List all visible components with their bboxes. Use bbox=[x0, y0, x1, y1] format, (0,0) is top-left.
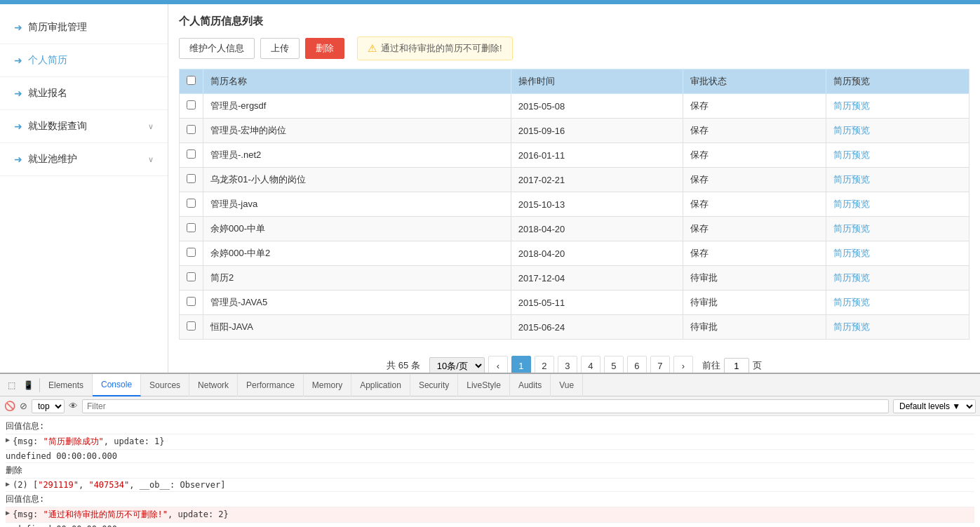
row-preview: 简历预览 bbox=[826, 315, 969, 340]
page-7-button[interactable]: 7 bbox=[650, 356, 670, 373]
tab-application[interactable]: Application bbox=[351, 374, 410, 396]
main-area: ➜ 简历审批管理 ➜ 个人简历 ➜ 就业报名 ➜ 就业数据查询 ∨ ➜ 就业池维… bbox=[0, 4, 980, 373]
goto-input[interactable] bbox=[724, 358, 749, 373]
th-preview: 简历预览 bbox=[826, 69, 969, 94]
page-1-button[interactable]: 1 bbox=[511, 356, 531, 373]
alert-text: 通过和待审批的简历不可删除! bbox=[381, 42, 502, 55]
console-context-select[interactable]: top bbox=[32, 399, 65, 413]
sidebar-item-job-signup[interactable]: ➜ 就业报名 bbox=[0, 77, 168, 110]
tab-performance[interactable]: Performance bbox=[238, 374, 304, 396]
console-line: 删除 bbox=[6, 463, 974, 479]
row-time: 2015-05-11 bbox=[511, 291, 683, 315]
row-checkbox-cell bbox=[180, 266, 203, 291]
expand-icon[interactable]: ▶ bbox=[6, 436, 10, 443]
page-4-button[interactable]: 4 bbox=[581, 356, 600, 373]
row-checkbox[interactable] bbox=[187, 321, 196, 331]
expand-icon[interactable]: ▶ bbox=[6, 480, 10, 488]
row-checkbox-cell bbox=[180, 192, 203, 217]
page-3-button[interactable]: 3 bbox=[558, 356, 577, 373]
levels-select[interactable]: Default levels ▼ bbox=[893, 399, 976, 413]
preview-link[interactable]: 简历预览 bbox=[833, 223, 870, 234]
table-row: 简历2 2017-12-04 待审批 简历预览 bbox=[180, 266, 969, 291]
preview-link[interactable]: 简历预览 bbox=[833, 248, 870, 258]
tab-sources[interactable]: Sources bbox=[141, 374, 189, 396]
row-preview: 简历预览 bbox=[826, 291, 969, 315]
row-name: 管理员-java bbox=[203, 192, 511, 217]
prev-page-button[interactable]: ‹ bbox=[488, 356, 508, 373]
sidebar-item-job-pool[interactable]: ➜ 就业池维护 ∨ bbox=[0, 143, 168, 176]
row-time: 2017-12-04 bbox=[511, 266, 683, 291]
th-name: 简历名称 bbox=[203, 69, 511, 94]
page-2-button[interactable]: 2 bbox=[535, 356, 554, 373]
console-filter-input[interactable] bbox=[82, 399, 889, 413]
upload-button[interactable]: 上传 bbox=[260, 38, 300, 59]
toolbar: 维护个人信息 上传 删除 ⚠ 通过和待审批的简历不可删除! bbox=[179, 36, 969, 60]
console-toolbar: 🚫 ⊘ top 👁 Default levels ▼ bbox=[0, 396, 980, 416]
preview-link[interactable]: 简历预览 bbox=[833, 125, 870, 135]
preview-link[interactable]: 简历预览 bbox=[833, 297, 870, 307]
row-time: 2017-02-21 bbox=[511, 168, 683, 192]
goto-suffix: 页 bbox=[753, 359, 762, 372]
tab-security[interactable]: Security bbox=[410, 374, 458, 396]
console-text: {msg: "简历删除成功", update: 1} bbox=[13, 436, 165, 448]
nav-arrow-icon: ➜ bbox=[14, 154, 22, 165]
row-checkbox[interactable] bbox=[187, 297, 196, 306]
row-name: 管理员-.net2 bbox=[203, 143, 511, 168]
row-checkbox[interactable] bbox=[187, 100, 196, 109]
tab-elements[interactable]: Elements bbox=[40, 374, 93, 396]
preview-link[interactable]: 简历预览 bbox=[833, 321, 870, 332]
goto-label: 前往 bbox=[702, 359, 720, 372]
table-row: 管理员-JAVA5 2015-05-11 待审批 简历预览 bbox=[180, 291, 969, 315]
sidebar-item-resume-review[interactable]: ➜ 简历审批管理 bbox=[0, 11, 168, 44]
clear-console-icon[interactable]: 🚫 bbox=[4, 401, 15, 411]
sidebar-item-label: 就业池维护 bbox=[28, 153, 77, 166]
row-checkbox[interactable] bbox=[187, 223, 196, 232]
page-size-select[interactable]: 10条/页 20条/页 50条/页 bbox=[429, 357, 485, 373]
row-time: 2016-01-11 bbox=[511, 143, 683, 168]
row-name: 乌龙茶01-小人物的岗位 bbox=[203, 168, 511, 192]
devtools-panel: ⬚ 📱 Elements Console Sources Network Per… bbox=[0, 373, 980, 527]
row-checkbox[interactable] bbox=[187, 199, 196, 208]
row-status: 保存 bbox=[683, 94, 826, 119]
row-checkbox-cell bbox=[180, 94, 203, 119]
tab-network[interactable]: Network bbox=[189, 374, 238, 396]
nav-arrow-icon: ➜ bbox=[14, 121, 22, 132]
row-time: 2015-06-24 bbox=[511, 315, 683, 340]
console-text: 回值信息: bbox=[6, 420, 44, 432]
row-name: 简历2 bbox=[203, 266, 511, 291]
page-5-button[interactable]: 5 bbox=[604, 356, 624, 373]
tab-memory[interactable]: Memory bbox=[304, 374, 351, 396]
sidebar-item-job-data-query[interactable]: ➜ 就业数据查询 ∨ bbox=[0, 110, 168, 143]
console-settings-icon[interactable]: ⊘ bbox=[20, 401, 27, 411]
row-checkbox[interactable] bbox=[187, 272, 196, 281]
preview-link[interactable]: 简历预览 bbox=[833, 174, 870, 185]
eye-icon[interactable]: 👁 bbox=[69, 401, 78, 411]
row-checkbox[interactable] bbox=[187, 174, 196, 183]
select-all-checkbox[interactable] bbox=[187, 76, 196, 85]
mobile-icon[interactable]: 📱 bbox=[21, 378, 35, 392]
console-line: 回值信息: bbox=[6, 492, 974, 507]
expand-icon[interactable]: ▶ bbox=[6, 509, 10, 516]
tab-livestyle[interactable]: LiveStyle bbox=[458, 374, 510, 396]
next-page-button[interactable]: › bbox=[673, 356, 693, 373]
sidebar: ➜ 简历审批管理 ➜ 个人简历 ➜ 就业报名 ➜ 就业数据查询 ∨ ➜ 就业池维… bbox=[0, 4, 168, 373]
tab-audits[interactable]: Audits bbox=[510, 374, 551, 396]
row-checkbox[interactable] bbox=[187, 149, 196, 159]
page-6-button[interactable]: 6 bbox=[627, 356, 647, 373]
delete-button[interactable]: 删除 bbox=[305, 38, 344, 59]
row-checkbox[interactable] bbox=[187, 125, 196, 134]
inspect-icon[interactable]: ⬚ bbox=[4, 378, 18, 392]
row-checkbox[interactable] bbox=[187, 248, 196, 257]
preview-link[interactable]: 简历预览 bbox=[833, 272, 870, 283]
tab-console[interactable]: Console bbox=[93, 374, 141, 396]
maintain-button[interactable]: 维护个人信息 bbox=[179, 38, 255, 59]
tab-vue[interactable]: Vue bbox=[551, 374, 583, 396]
preview-link[interactable]: 简历预览 bbox=[833, 199, 870, 209]
row-preview: 简历预览 bbox=[826, 119, 969, 143]
preview-link[interactable]: 简历预览 bbox=[833, 149, 870, 160]
console-output: 回值信息: ▶ {msg: "简历删除成功", update: 1} undef… bbox=[0, 416, 980, 527]
preview-link[interactable]: 简历预览 bbox=[833, 100, 870, 111]
sidebar-item-personal-resume[interactable]: ➜ 个人简历 bbox=[0, 44, 168, 77]
table-row: 乌龙茶01-小人物的岗位 2017-02-21 保存 简历预览 bbox=[180, 168, 969, 192]
row-status: 保存 bbox=[683, 119, 826, 143]
